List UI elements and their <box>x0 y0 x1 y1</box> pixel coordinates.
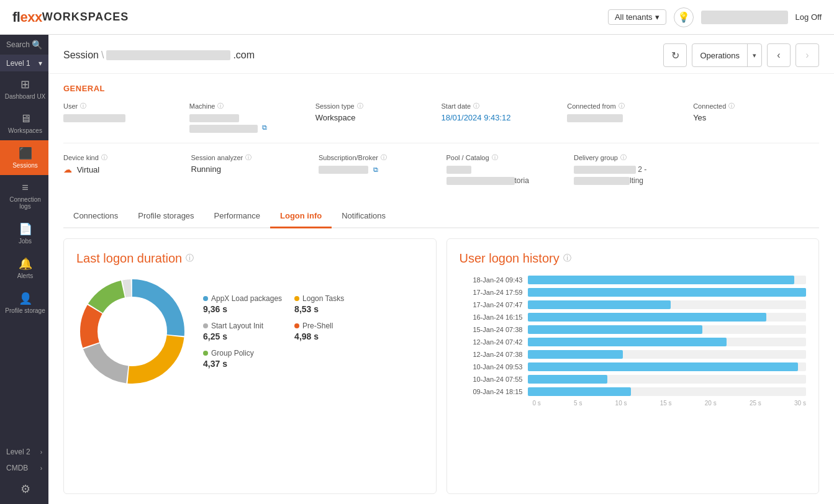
sidebar-item-dashboard[interactable]: ⊞ Dashboard UX <box>0 71 48 106</box>
device-kind-label: Device kind ⓘ <box>63 153 181 162</box>
bar-row: 12-Jan-24 07:42 <box>460 338 807 346</box>
bar-label: 09-Jan-24 18:15 <box>460 388 528 395</box>
sidebar-item-sessions[interactable]: ⬛ Sessions <box>0 140 48 175</box>
external-link-icon[interactable]: ⧉ <box>262 124 267 131</box>
bar-track <box>528 288 807 297</box>
session-type-value: Workspace <box>315 113 432 122</box>
cmdb-label: CMDB <box>6 464 28 472</box>
start-date-label: Start date ⓘ <box>441 102 557 110</box>
bar-label: 18-Jan-24 09:43 <box>460 276 528 284</box>
sidebar-item-label: Dashboard UX <box>5 93 46 100</box>
bar-axis: 0 s5 s10 s15 s20 s25 s30 s <box>533 400 807 407</box>
bar-fill <box>528 362 799 371</box>
operations-button[interactable]: Operations ▾ <box>692 43 762 67</box>
device-kind-field: Device kind ⓘ ☁ Virtual <box>63 153 191 185</box>
legend-pre-shell-dot <box>294 323 299 328</box>
axis-label: 20 s <box>705 400 717 407</box>
user-value-redacted <box>63 114 125 122</box>
pool-catalog-value: toria <box>446 164 564 185</box>
tab-performance[interactable]: Performance <box>204 205 270 228</box>
operations-dropdown-icon[interactable]: ▾ <box>747 44 761 66</box>
legend-appx: AppX Load packages 9,36 s <box>203 294 282 314</box>
legend-logon-tasks-label: Logon Tasks <box>294 294 373 303</box>
content-header: Session \ .com ↻ Operations ▾ ‹ › <box>48 35 834 74</box>
legend-start-layout-label: Start Layout Init <box>203 322 282 330</box>
bar-fill <box>528 325 703 334</box>
sidebar-level2[interactable]: Level 2 › <box>0 444 48 460</box>
last-logon-card: Last logon duration ⓘ AppX Load packa <box>63 238 437 494</box>
sidebar-item-connection-logs[interactable]: ≡ Connection logs <box>0 175 48 216</box>
sidebar-item-alerts[interactable]: 🔔 Alerts <box>0 251 48 286</box>
next-button[interactable]: › <box>795 43 819 67</box>
bar-label: 16-Jan-24 16:15 <box>460 313 528 321</box>
last-logon-info-icon: ⓘ <box>186 253 194 264</box>
sidebar-item-label: Connection logs <box>4 196 46 210</box>
legend-logon-tasks: Logon Tasks 8,53 s <box>294 294 373 314</box>
user-logon-history-card: User logon history ⓘ 18-Jan-24 09:4317-J… <box>446 238 820 494</box>
delivery-group-label: Delivery group ⓘ <box>574 153 809 162</box>
tab-profile-storages[interactable]: Profile storages <box>128 205 204 228</box>
logo-x: x <box>27 9 35 25</box>
broker-link-icon[interactable]: ⧉ <box>373 166 378 173</box>
content-area: Session \ .com ↻ Operations ▾ ‹ › GENERA… <box>48 35 834 504</box>
session-analyzer-info-icon: ⓘ <box>245 153 252 162</box>
pool-redacted2 <box>446 177 515 185</box>
sidebar-cmdb[interactable]: CMDB › <box>0 460 48 476</box>
axis-label: 5 s <box>574 400 582 407</box>
legend-appx-value: 9,36 s <box>203 304 282 314</box>
bar-fill <box>528 375 607 384</box>
bar-chart-area: 18-Jan-24 09:4317-Jan-24 17:5917-Jan-24 … <box>460 276 807 481</box>
delivery-group-value: 2 - lting <box>574 164 809 185</box>
pool-redacted1 <box>446 166 471 174</box>
refresh-button[interactable]: ↻ <box>663 43 687 67</box>
sidebar-item-settings[interactable]: ⚙ <box>0 476 48 504</box>
bar-label: 12-Jan-24 07:38 <box>460 351 528 358</box>
legend-pre-shell: Pre-Shell 4,98 s <box>294 322 373 341</box>
bar-label: 17-Jan-24 17:59 <box>460 289 528 296</box>
delivery-group-info-icon: ⓘ <box>620 153 627 162</box>
donut-legend: AppX Load packages 9,36 s Logon Tasks 8,… <box>203 294 373 369</box>
axis-label: 30 s <box>794 400 806 407</box>
lightbulb-button[interactable]: 💡 <box>674 7 694 27</box>
search-icon[interactable]: 🔍 <box>32 40 42 50</box>
logo: flexx WORKSPACES <box>12 9 129 25</box>
tenant-label: All tenants <box>615 12 653 22</box>
connected-info-icon: ⓘ <box>728 102 735 110</box>
legend-pre-shell-value: 4,98 s <box>294 331 373 341</box>
sidebar-item-profile-storage[interactable]: 👤 Profile storage <box>0 286 48 320</box>
machine-info-icon: ⓘ <box>217 102 224 110</box>
user-info-redacted <box>701 11 788 24</box>
general-section-title: GENERAL <box>63 84 819 93</box>
tenant-dropdown-icon: ▾ <box>655 12 659 22</box>
logout-button[interactable]: Log Off <box>795 12 822 22</box>
tab-connections[interactable]: Connections <box>63 205 128 228</box>
connected-from-value <box>567 113 683 122</box>
logo-workspaces: WORKSPACES <box>42 11 129 24</box>
breadcrumb-domain: .com <box>233 50 255 61</box>
legend-start-layout-value: 6,25 s <box>203 331 282 341</box>
bar-track <box>528 313 807 322</box>
sidebar-search[interactable]: Search 🔍 <box>0 35 48 55</box>
workspaces-icon: 🖥 <box>20 112 31 125</box>
bar-label: 12-Jan-24 07:42 <box>460 338 528 346</box>
sidebar-item-workspaces[interactable]: 🖥 Workspaces <box>0 106 48 140</box>
tab-logon-info[interactable]: Logon info <box>270 205 332 228</box>
tenant-selector[interactable]: All tenants ▾ <box>608 9 666 25</box>
tab-notifications[interactable]: Notifications <box>332 205 396 228</box>
breadcrumb: Session \ .com <box>63 50 255 61</box>
sidebar-bottom: Level 2 › CMDB › ⚙ <box>0 444 48 504</box>
alerts-icon: 🔔 <box>19 257 32 271</box>
tabs: Connections Profile storages Performance… <box>63 205 819 228</box>
start-date-value: 18/01/2024 9:43:12 <box>441 113 557 122</box>
bar-track <box>528 362 807 371</box>
sidebar-item-label: Alerts <box>17 272 34 279</box>
broker-redacted <box>319 166 368 174</box>
jobs-icon: 📄 <box>19 222 32 236</box>
breadcrumb-user-redacted <box>106 50 230 60</box>
sidebar-level1[interactable]: Level 1 ▾ <box>0 55 48 71</box>
legend-start-layout: Start Layout Init 6,25 s <box>203 322 282 341</box>
bar-label: 17-Jan-24 07:47 <box>460 301 528 308</box>
prev-button[interactable]: ‹ <box>767 43 791 67</box>
sidebar-item-jobs[interactable]: 📄 Jobs <box>0 216 48 251</box>
logo-accent: e <box>20 9 27 25</box>
